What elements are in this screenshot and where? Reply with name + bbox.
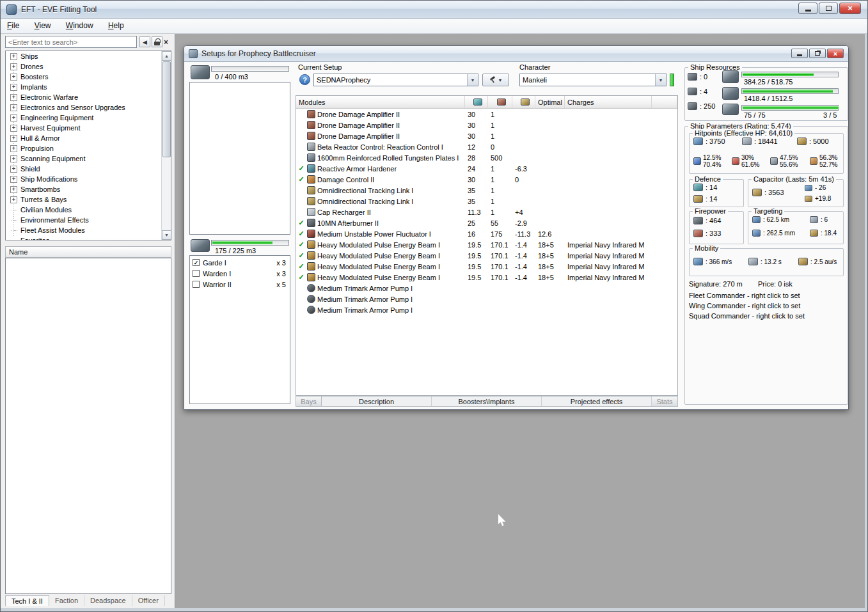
tree-item-scanning-equipment[interactable]: +Scanning Equipment bbox=[6, 153, 171, 164]
setup-minimize-button[interactable] bbox=[791, 49, 808, 58]
fleet-commander-text[interactable]: Fleet Commander - right click to set bbox=[689, 292, 800, 299]
module-row[interactable]: ✓10MN Afterburner II2555-2.9 bbox=[296, 217, 677, 228]
name-column-header[interactable]: Name bbox=[5, 246, 171, 258]
expand-icon[interactable]: + bbox=[10, 94, 17, 101]
drone-checkbox[interactable]: ✓ bbox=[193, 259, 200, 266]
capacitor-column-header[interactable] bbox=[512, 96, 535, 108]
module-row[interactable]: Drone Damage Amplifier II301 bbox=[296, 130, 677, 141]
main-titlebar[interactable]: EFT - EVE Fitting Tool × bbox=[1, 1, 867, 19]
expand-icon[interactable]: + bbox=[10, 53, 17, 60]
drone-checkbox[interactable] bbox=[193, 270, 200, 277]
expand-icon[interactable]: + bbox=[10, 74, 17, 81]
tab-officer[interactable]: Officer bbox=[132, 595, 165, 606]
module-row[interactable]: Cap Recharger II11.31+4 bbox=[296, 207, 677, 217]
tab-deadspace[interactable]: Deadspace bbox=[84, 595, 132, 606]
tree-item-electronics-sensor-upgrades[interactable]: +Electronics and Sensor Upgrades bbox=[6, 102, 171, 113]
drone-row-garde[interactable]: ✓Garde Ix 3 bbox=[190, 257, 290, 268]
module-row[interactable]: ✓Medium Unstable Power Fluctuator I16175… bbox=[296, 228, 677, 239]
scroll-up-button[interactable]: ▲ bbox=[162, 51, 171, 61]
expand-icon[interactable]: + bbox=[10, 125, 17, 132]
optimal-column-header[interactable]: Optimal bbox=[535, 96, 565, 108]
module-row[interactable]: 1600mm Reinforced Rolled Tungsten Plates… bbox=[296, 152, 677, 163]
tree-item-drones[interactable]: +Drones bbox=[6, 61, 171, 72]
close-button[interactable]: × bbox=[839, 3, 861, 14]
module-row[interactable]: ✓Heavy Modulated Pulse Energy Beam I19.5… bbox=[296, 261, 677, 272]
tab-projected-effects[interactable]: Projected effects bbox=[542, 396, 652, 406]
scroll-thumb[interactable] bbox=[162, 61, 171, 157]
tree-item-hull-armor[interactable]: +Hull & Armor bbox=[6, 133, 171, 143]
tab-description[interactable]: Description bbox=[322, 396, 432, 406]
tree-item-civilian-modules[interactable]: Civilian Modules bbox=[6, 205, 171, 215]
module-row[interactable]: Medium Trimark Armor Pump I bbox=[296, 283, 677, 294]
expand-icon[interactable]: + bbox=[10, 166, 17, 173]
drone-row-warden[interactable]: Warden Ix 3 bbox=[190, 268, 290, 279]
setup-tools-button[interactable]: ▼ bbox=[482, 74, 509, 86]
setup-restore-button[interactable] bbox=[809, 49, 826, 58]
menu-window[interactable]: Window bbox=[59, 19, 100, 33]
tree-item-turrets-bays[interactable]: +Turrets & Bays bbox=[6, 194, 171, 205]
tab-tech1-2[interactable]: Tech I & II bbox=[5, 595, 49, 606]
drone-checkbox[interactable] bbox=[193, 281, 200, 288]
wing-commander-text[interactable]: Wing Commander - right click to set bbox=[689, 302, 800, 310]
tree-item-engineering-equipment[interactable]: +Engineering Equipment bbox=[6, 113, 171, 123]
tree-scrollbar[interactable]: ▲ ▼ bbox=[161, 51, 171, 240]
chevron-down-icon[interactable]: ▼ bbox=[655, 74, 666, 86]
search-input[interactable] bbox=[5, 36, 137, 48]
scroll-down-button[interactable]: ▼ bbox=[162, 230, 171, 240]
item-results-list[interactable] bbox=[5, 258, 171, 594]
tab-faction[interactable]: Faction bbox=[49, 595, 84, 606]
expand-icon[interactable]: + bbox=[10, 84, 17, 91]
expand-icon[interactable]: + bbox=[10, 145, 17, 152]
module-row[interactable]: Omnidirectional Tracking Link I351 bbox=[296, 196, 677, 207]
module-row[interactable]: ✓Damage Control II3010 bbox=[296, 174, 677, 185]
module-row[interactable]: ✓Heavy Modulated Pulse Energy Beam I19.5… bbox=[296, 250, 677, 261]
tab-stats[interactable]: Stats bbox=[652, 396, 677, 406]
module-row[interactable]: Omnidirectional Tracking Link I351 bbox=[296, 185, 677, 196]
drone-row-warrior[interactable]: Warrior IIx 5 bbox=[190, 279, 290, 290]
module-row[interactable]: Medium Trimark Armor Pump I bbox=[296, 294, 677, 304]
charges-column-header[interactable]: Charges bbox=[565, 96, 652, 108]
tab-bays[interactable]: Bays bbox=[296, 396, 322, 406]
tree-item-environmental-effects[interactable]: Environmental Effects bbox=[6, 215, 171, 225]
chevron-down-icon[interactable]: ▼ bbox=[467, 74, 478, 86]
maximize-button[interactable] bbox=[819, 3, 838, 14]
module-row[interactable]: Beta Reactor Control: Reaction Control I… bbox=[296, 141, 677, 152]
module-row[interactable]: Drone Damage Amplifier II301 bbox=[296, 120, 677, 130]
expand-icon[interactable]: + bbox=[10, 104, 17, 111]
expand-icon[interactable]: + bbox=[10, 114, 17, 122]
setup-titlebar[interactable]: Setups for Prophecy Battlecruiser × bbox=[184, 46, 848, 62]
menu-view[interactable]: View bbox=[28, 19, 58, 33]
collapse-panel-button[interactable]: ◀ bbox=[139, 36, 150, 47]
cpu-column-header[interactable] bbox=[465, 96, 488, 108]
tree-item-harvest-equipment[interactable]: +Harvest Equipment bbox=[6, 123, 171, 133]
close-panel-button[interactable]: × bbox=[161, 36, 171, 47]
menu-help[interactable]: Help bbox=[102, 19, 130, 33]
module-row[interactable]: Medium Trimark Armor Pump I bbox=[296, 304, 677, 315]
minimize-button[interactable] bbox=[798, 3, 817, 14]
squad-commander-text[interactable]: Squad Commander - right click to set bbox=[689, 312, 805, 320]
expand-icon[interactable]: + bbox=[10, 186, 17, 193]
tree-item-ship-modifications[interactable]: +Ship Modifications bbox=[6, 174, 171, 184]
cargohold-list[interactable] bbox=[189, 82, 290, 235]
expand-icon[interactable]: + bbox=[10, 176, 17, 183]
tree-item-smartbombs[interactable]: +Smartbombs bbox=[6, 184, 171, 194]
tree-item-ships[interactable]: +Ships bbox=[6, 51, 171, 61]
character-select[interactable]: Mankeli ▼ bbox=[519, 74, 667, 86]
expand-icon[interactable]: + bbox=[10, 63, 17, 70]
expand-icon[interactable]: + bbox=[10, 196, 17, 203]
setup-select[interactable]: SEDNAProphecy ▼ bbox=[313, 74, 478, 86]
tab-boosters-implants[interactable]: Boosters\Implants bbox=[432, 396, 542, 406]
expand-icon[interactable]: + bbox=[10, 135, 17, 142]
tree-item-fleet-assist-modules[interactable]: Fleet Assist Modules bbox=[6, 225, 171, 235]
expand-icon[interactable]: + bbox=[10, 155, 17, 162]
help-icon[interactable]: ? bbox=[299, 74, 310, 85]
menu-file[interactable]: File bbox=[1, 19, 26, 33]
tree-item-boosters[interactable]: +Boosters bbox=[6, 72, 171, 82]
tree-item-shield[interactable]: +Shield bbox=[6, 164, 171, 174]
setup-close-button[interactable]: × bbox=[827, 49, 844, 58]
tree-item-implants[interactable]: +Implants bbox=[6, 82, 171, 92]
modules-column-header[interactable]: Modules bbox=[296, 96, 465, 108]
tree-item-propulsion[interactable]: +Propulsion bbox=[6, 143, 171, 153]
module-row[interactable]: ✓Heavy Modulated Pulse Energy Beam I19.5… bbox=[296, 239, 677, 250]
module-row[interactable]: ✓Heavy Modulated Pulse Energy Beam I19.5… bbox=[296, 272, 677, 283]
